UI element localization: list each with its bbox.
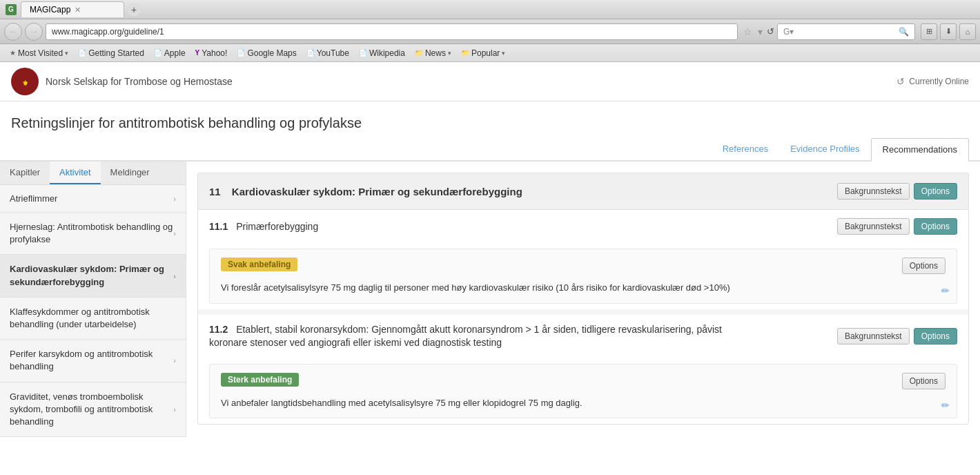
subsection-11-1-header: 11.1 Primærforebygging Bakgrunnstekst Op… <box>198 210 968 243</box>
page-title: Retningslinjer for antitrombotisk behand… <box>11 115 969 131</box>
toolbar-icon-1[interactable]: ⊞ <box>921 23 937 40</box>
content-tabs: References Evidence Profiles Recommendat… <box>0 138 980 162</box>
page-icon: 📄 <box>237 49 245 57</box>
browser-navbar: ← → www.magicapp.org/guideline/1 ☆ ▾ ↺ G… <box>0 19 980 44</box>
subsection-11-1-bakgrunn-button[interactable]: Bakgrunnstekst <box>837 218 910 235</box>
site-logo-area: ⚜ Norsk Selskap for Trombose og Hemostas… <box>11 68 233 95</box>
sidebar-tabs: Kapitler Aktivitet Meldinger <box>0 162 186 185</box>
address-bar[interactable]: www.magicapp.org/guideline/1 <box>46 23 738 40</box>
recommendation-text: Vi anbefaler langtidsbehandling med acet… <box>221 396 582 410</box>
bookmark-star-icon[interactable]: ☆ <box>743 26 752 37</box>
bookmarks-bar: ★ Most Visited ▾ 📄 Getting Started 📄 App… <box>0 44 980 62</box>
sidebar-tab-aktivitet[interactable]: Aktivitet <box>50 162 101 184</box>
section-11-title-text: Kardiovaskulær sykdom: Primær og sekundæ… <box>232 186 522 197</box>
sidebar-item-atrieflimmer[interactable]: Atrieflimmer › <box>0 185 186 213</box>
chevron-right-icon: › <box>173 356 176 365</box>
bookmark-label: News <box>425 48 446 58</box>
sidebar-item-perifer[interactable]: Perifer karsykdom og antitrombotisk beha… <box>0 340 186 382</box>
rec-options-button[interactable]: Options <box>902 373 945 389</box>
sidebar-tab-meldinger[interactable]: Meldinger <box>101 162 159 184</box>
sidebar-item-label: Atrieflimmer <box>10 193 57 204</box>
online-label: Currently Online <box>909 77 969 86</box>
bookmark-most-visited[interactable]: ★ Most Visited ▾ <box>6 47 72 59</box>
chevron-down-icon: ▾ <box>448 50 451 57</box>
subsection-11-1-options-button[interactable]: Options <box>914 218 957 235</box>
edit-pencil-icon[interactable]: ✏ <box>941 285 950 296</box>
bookmark-label: Getting Started <box>88 48 144 58</box>
rec-options-button[interactable]: Options <box>902 258 945 274</box>
section-divider <box>198 309 968 315</box>
subsection-11-2-header: 11.2 Etablert, stabil koronarsykdom: Gje… <box>198 315 968 358</box>
content-area: 11 Kardiovaskulær sykdom: Primær og seku… <box>186 162 980 437</box>
new-tab-button[interactable]: + <box>127 3 141 17</box>
bookmark-google-maps[interactable]: 📄 Google Maps <box>233 47 300 59</box>
section-11-number: 11 <box>209 186 221 197</box>
bookmark-label: Wikipedia <box>369 48 405 58</box>
bookmark-getting-started[interactable]: 📄 Getting Started <box>74 47 148 59</box>
tab-evidence-profiles[interactable]: Evidence Profiles <box>779 138 870 162</box>
page-container: ⚜ Norsk Selskap for Trombose og Hemostas… <box>0 62 980 475</box>
folder-icon: 📁 <box>415 49 423 57</box>
bookmark-label: Apple <box>164 48 186 58</box>
bookmark-yahoo[interactable]: Y Yahoo! <box>191 47 232 59</box>
search-engine-label: G▾ <box>783 27 794 37</box>
bookmark-label: Popular <box>471 48 500 58</box>
bookmark-popular[interactable]: 📁 Popular ▾ <box>457 47 509 59</box>
bookmark-label: Google Maps <box>247 48 296 58</box>
recommendation-text: Vi foreslår acetylsalisylsyre 75 mg dagl… <box>221 281 730 295</box>
sidebar-item-label: Hjerneslag: Antitrombotisk behandling og… <box>10 221 173 246</box>
badge-strong: Sterk anbefaling <box>221 373 299 387</box>
chevron-right-icon: › <box>173 272 176 280</box>
tab-title: MAGICapp <box>30 5 70 14</box>
chevron-down-icon: ▾ <box>65 50 68 57</box>
toolbar-icons: ⊞ ⬇ ⌂ <box>921 23 976 40</box>
bookmark-wikipedia[interactable]: 📄 Wikipedia <box>355 47 409 59</box>
tab-close-btn[interactable]: ✕ <box>75 6 81 14</box>
main-layout: Kapitler Aktivitet Meldinger Atrieflimme… <box>0 162 980 437</box>
sidebar-tab-kapitler[interactable]: Kapitler <box>0 162 50 184</box>
chevron-right-icon: › <box>173 229 176 238</box>
browser-tab[interactable]: MAGICapp ✕ <box>21 1 124 17</box>
site-header: ⚜ Norsk Selskap for Trombose og Hemostas… <box>0 62 980 101</box>
subsection-11-1-actions: Bakgrunnstekst Options <box>837 218 957 235</box>
section-11-options-button[interactable]: Options <box>914 183 957 200</box>
org-name: Norsk Selskap for Trombose og Hemostase <box>46 76 233 87</box>
page-icon: 📄 <box>78 49 86 57</box>
sidebar-item-graviditet[interactable]: Graviditet, venøs tromboembolisk sykdom,… <box>0 382 186 438</box>
sidebar-item-klaffesykdommer[interactable]: Klaffesykdommer og antitrombotisk behand… <box>0 298 186 340</box>
section-11-bakgrunn-button[interactable]: Bakgrunnstekst <box>837 183 910 200</box>
refresh-icon: ↺ <box>896 76 905 87</box>
online-status: ↺ Currently Online <box>896 76 969 87</box>
refresh-button[interactable]: ↺ <box>767 26 774 37</box>
browser-favicon: G <box>6 4 17 15</box>
sidebar-item-label: Kardiovaskulær sykdom: Primær og sekundæ… <box>10 263 173 288</box>
edit-pencil-icon[interactable]: ✏ <box>941 400 950 411</box>
bookmark-label: Most Visited <box>18 48 63 58</box>
toolbar-icon-3[interactable]: ⌂ <box>959 23 976 40</box>
sidebar-item-label: Graviditet, venøs tromboembolisk sykdom,… <box>10 391 173 429</box>
bookmark-youtube[interactable]: 📄 YouTube <box>302 47 353 59</box>
star-icon: ★ <box>10 49 16 57</box>
bookmark-apple[interactable]: 📄 Apple <box>150 47 190 59</box>
page-icon: 📄 <box>154 49 162 57</box>
folder-icon: 📁 <box>461 49 469 57</box>
bookmark-news[interactable]: 📁 News ▾ <box>411 47 455 59</box>
subsection-11-2-options-button[interactable]: Options <box>914 328 957 345</box>
subsection-11-2: 11.2 Etablert, stabil koronarsykdom: Gje… <box>198 315 968 419</box>
toolbar-icon-2[interactable]: ⬇ <box>940 23 957 40</box>
page-icon: 📄 <box>359 49 367 57</box>
search-bar[interactable]: G▾ 🔍 <box>777 23 915 40</box>
sidebar-item-label: Klaffesykdommer og antitrombotisk behand… <box>10 306 176 331</box>
sidebar-item-kardiovaskulaer[interactable]: Kardiovaskulær sykdom: Primær og sekundæ… <box>0 255 186 297</box>
sidebar-item-hjerneslag[interactable]: Hjerneslag: Antitrombotisk behandling og… <box>0 213 186 255</box>
tab-recommendations[interactable]: Recommendations <box>871 138 969 162</box>
tab-references[interactable]: References <box>712 138 779 162</box>
forward-button[interactable]: → <box>25 23 43 41</box>
subsection-11-1: 11.1 Primærforebygging Bakgrunnstekst Op… <box>198 210 968 304</box>
subsection-11-2-bakgrunn-button[interactable]: Bakgrunnstekst <box>837 328 910 345</box>
back-button[interactable]: ← <box>4 23 22 41</box>
chevron-right-icon: › <box>173 405 176 414</box>
site-logo: ⚜ <box>11 68 39 95</box>
search-magnifier-icon: 🔍 <box>899 27 909 37</box>
bookmark-list-icon[interactable]: ▾ <box>758 26 763 37</box>
